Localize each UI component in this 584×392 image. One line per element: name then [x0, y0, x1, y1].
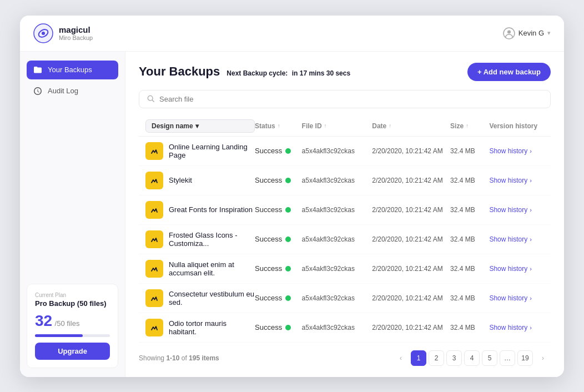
page-4-button[interactable]: 4 [464, 350, 480, 366]
content-area: Your Backups Next Backup cycle: in 17 mi… [125, 52, 564, 377]
version-history-col-header: Version history [489, 122, 544, 130]
file-icon [145, 260, 163, 278]
show-history-link[interactable]: Show history › [489, 294, 544, 302]
file-name-cell: Frosted Glass Icons - Customiza... [145, 230, 255, 248]
size-cell: 32.4 MB [450, 206, 489, 214]
date-cell: 2/20/2020, 10:21:42 AM [372, 206, 450, 214]
show-history-link[interactable]: Show history › [489, 177, 544, 184]
svg-rect-11 [149, 293, 159, 303]
status-col-header[interactable]: Status ↑ [255, 122, 301, 130]
file-name-cell: Great Fonts for Inspiration [145, 201, 255, 219]
file-id-col-header[interactable]: File ID ↑ [302, 122, 372, 130]
user-chevron-icon: ▾ [547, 29, 551, 37]
sidebar-label-audit-log: Audit Log [48, 87, 78, 95]
file-id-cell: a5x4akfl3c92ckas [302, 177, 372, 184]
file-id-cell: a5x4akfl3c92ckas [302, 294, 372, 302]
file-icon [145, 142, 163, 160]
chevron-right-icon: › [530, 295, 532, 301]
show-history-link[interactable]: Show history › [489, 235, 544, 243]
page-5-button[interactable]: 5 [482, 350, 497, 366]
svg-rect-10 [149, 264, 159, 274]
design-name-filter[interactable]: Design name ▾ [145, 119, 255, 133]
file-id-cell: a5x4akfl3c92ckas [302, 265, 372, 273]
add-backup-button[interactable]: + Add new backup [467, 63, 551, 81]
status-text: Success [255, 294, 282, 302]
backup-cycle-text: Next Backup cycle: in 17 mins 30 secs [226, 69, 350, 77]
sidebar: Your Backups Audit Log Current Plan Pro … [20, 52, 125, 377]
status-cell: Success [255, 176, 301, 184]
size-cell: 32.4 MB [450, 147, 489, 155]
file-name-text: Odio tortor mauris habitant. [169, 319, 255, 336]
status-text: Success [255, 323, 282, 331]
size-cell: 32.4 MB [450, 324, 489, 331]
status-sort-icon: ↑ [278, 123, 280, 129]
date-cell: 2/20/2020, 10:21:42 AM [372, 177, 450, 184]
file-id-cell: a5x4akfl3c92ckas [302, 206, 372, 214]
prev-page-button[interactable]: ‹ [393, 350, 409, 366]
show-history-link[interactable]: Show history › [489, 324, 544, 331]
file-name-text: Nulla aliquet enim at accumsan elit. [169, 260, 255, 277]
plan-progress-bg [35, 334, 110, 337]
file-name-text: Online Learning Landing Page [169, 143, 255, 159]
search-input[interactable] [159, 95, 542, 103]
search-bar [139, 90, 551, 108]
show-history-link[interactable]: Show history › [489, 206, 544, 214]
chevron-right-icon: › [530, 207, 532, 213]
date-sort-icon: ↑ [389, 123, 391, 129]
date-cell: 2/20/2020, 10:21:42 AM [372, 235, 450, 243]
plan-total: /50 files [55, 319, 80, 328]
page-title: Your Backups [139, 64, 220, 79]
page-19-button[interactable]: 19 [517, 350, 533, 366]
sidebar-item-your-backups[interactable]: Your Backups [27, 61, 118, 79]
chevron-right-icon: › [530, 177, 532, 184]
svg-rect-6 [149, 146, 159, 156]
chevron-right-icon: › [530, 236, 532, 243]
page-2-button[interactable]: 2 [429, 350, 444, 366]
miro-icon [149, 205, 159, 215]
plan-progress-fill [35, 334, 83, 337]
sidebar-item-audit-log[interactable]: Audit Log [27, 82, 118, 100]
design-name-chevron-icon: ▾ [195, 122, 199, 130]
size-col-header[interactable]: Size ↑ [450, 122, 489, 130]
page-3-button[interactable]: 3 [446, 350, 462, 366]
size-cell: 32.4 MB [450, 235, 489, 243]
miro-icon [149, 175, 159, 185]
size-cell: 32.4 MB [450, 294, 489, 302]
miro-icon [149, 293, 159, 303]
file-name-cell: Stylekit [145, 172, 255, 189]
sidebar-plan: Current Plan Pro Backup (50 files) 32 /5… [27, 284, 118, 368]
svg-rect-8 [149, 205, 159, 215]
status-text: Success [255, 147, 282, 155]
status-dot [285, 325, 291, 330]
file-icon [145, 289, 163, 307]
date-col-header[interactable]: Date ↑ [372, 122, 450, 130]
clock-icon [33, 87, 42, 96]
table-row: Stylekit Success a5x4akfl3c92ckas 2/20/2… [139, 166, 551, 195]
backup-cycle-time: in 17 mins 30 secs [292, 69, 350, 77]
pagination-info: Showing 1-10 of 195 items [139, 354, 219, 362]
upgrade-button[interactable]: Upgrade [35, 343, 110, 360]
chevron-right-icon: › [530, 324, 532, 331]
next-page-button[interactable]: › [535, 350, 551, 366]
sidebar-nav: Your Backups Audit Log [27, 61, 118, 100]
sidebar-label-your-backups: Your Backups [48, 66, 92, 74]
svg-rect-12 [149, 323, 159, 333]
page-1-button[interactable]: 1 [411, 350, 426, 366]
content-header: Your Backups Next Backup cycle: in 17 mi… [139, 63, 551, 81]
miro-icon [149, 234, 159, 244]
status-col-label: Status [255, 122, 275, 130]
size-cell: 32.4 MB [450, 177, 489, 184]
svg-rect-9 [149, 234, 159, 244]
file-id-cell: a5x4akfl3c92ckas [302, 147, 372, 155]
table-row: Nulla aliquet enim at accumsan elit. Suc… [139, 254, 551, 284]
show-history-link[interactable]: Show history › [489, 147, 544, 155]
user-menu[interactable]: Kevin G ▾ [503, 27, 551, 39]
table-row: Consectetur vestibulum eu sed. Success a… [139, 284, 551, 313]
show-history-link[interactable]: Show history › [489, 265, 544, 273]
status-dot [285, 237, 291, 242]
file-name-text: Frosted Glass Icons - Customiza... [169, 231, 255, 248]
pagination: Showing 1-10 of 195 items ‹ 1 2 3 4 5 … … [139, 350, 551, 366]
plan-name: Pro Backup (50 files) [35, 299, 110, 308]
date-col-label: Date [372, 122, 386, 130]
show-history-label: Show history [489, 206, 527, 214]
